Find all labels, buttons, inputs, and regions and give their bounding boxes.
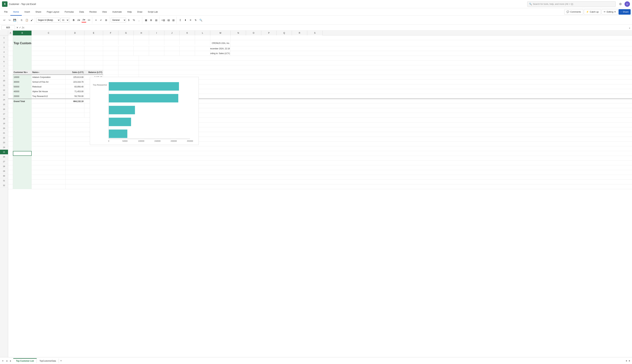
bold-button[interactable]: B [71, 18, 76, 22]
cell-C18[interactable] [32, 118, 66, 122]
scroll-right-icon[interactable]: ► [628, 360, 631, 362]
cell-F8[interactable] [103, 70, 118, 75]
col-header-O[interactable]: O [246, 30, 261, 36]
more-formats-button[interactable]: ••• [86, 18, 91, 22]
cell-A3[interactable] [8, 46, 13, 51]
cell-F3[interactable] [103, 46, 118, 51]
cell-B1[interactable] [13, 36, 32, 40]
tab-formulas[interactable]: Formulas [62, 8, 76, 16]
avatar[interactable]: U [624, 1, 630, 7]
cell-F1[interactable] [103, 36, 118, 40]
copy-button[interactable]: ⎘ [19, 18, 24, 22]
row-num-29[interactable]: 29 [0, 169, 8, 174]
col-header-I[interactable]: I [149, 30, 164, 36]
cell-A30[interactable] [8, 175, 13, 180]
save-button[interactable]: 💾 [12, 18, 17, 22]
cell-F4[interactable] [103, 51, 118, 56]
cell-A4[interactable] [8, 51, 13, 56]
font-size-select[interactable]: 11 [60, 18, 69, 22]
cell-C7[interactable] [32, 65, 66, 70]
wrap-text-button[interactable]: ↵ [99, 18, 104, 22]
col-header-J[interactable]: J [164, 30, 180, 36]
tab-script-lab[interactable]: Script Lab [145, 8, 160, 16]
find-button[interactable]: 🔍 [198, 18, 203, 22]
cell-M1[interactable] [210, 36, 231, 40]
cell-D1[interactable] [66, 36, 84, 40]
cell-A29[interactable] [8, 170, 13, 175]
cell-B30[interactable] [13, 175, 32, 180]
col-header-F[interactable]: F [103, 30, 118, 36]
cell-A6[interactable] [8, 60, 13, 65]
cell-B28[interactable] [13, 165, 32, 170]
cell-A14[interactable] [8, 99, 13, 104]
cell-B32[interactable] [13, 184, 32, 189]
row-num-25[interactable]: 25 [0, 150, 8, 154]
cell-F5[interactable] [103, 56, 118, 60]
cell-B19[interactable] [13, 122, 32, 127]
sheet-next-button[interactable]: ▸ [9, 359, 12, 363]
cell-B20[interactable] [13, 127, 32, 132]
col-header-Q[interactable]: Q [276, 30, 292, 36]
row-num-31[interactable]: 31 [0, 178, 8, 183]
cell-B21[interactable] [13, 132, 32, 137]
cell-F2[interactable] [103, 40, 118, 45]
row-num-26[interactable]: 26 [0, 154, 8, 159]
cell-C17[interactable] [32, 113, 66, 118]
cell-C4[interactable] [32, 51, 66, 56]
cell-A32[interactable] [8, 184, 13, 189]
row-num-24[interactable]: 24 [0, 145, 8, 150]
row-num-9[interactable]: 9 [0, 74, 8, 78]
cell-B11-no[interactable]: 50000 [13, 84, 32, 89]
cell-D17[interactable] [66, 113, 84, 118]
cell-C28[interactable] [32, 165, 66, 170]
row-num-5[interactable]: 5 [0, 54, 8, 59]
delete-cells-button[interactable]: -▤ [166, 18, 171, 22]
cell-D5[interactable] [66, 56, 84, 60]
cell-E1[interactable] [84, 36, 103, 40]
cell-B6[interactable] [13, 60, 32, 65]
cell-A18[interactable] [8, 118, 13, 122]
filter-icon-name[interactable]: ▾ [38, 72, 39, 73]
row-num-7[interactable]: 7 [0, 64, 8, 69]
cell-I3[interactable] [149, 46, 164, 51]
cell-D7[interactable] [66, 65, 84, 70]
settings-icon[interactable]: ⚙ [619, 2, 622, 6]
tab-draw[interactable]: Draw [134, 8, 145, 16]
catchup-button[interactable]: ⚡ Catch up [584, 9, 601, 15]
cell-C27[interactable] [32, 160, 66, 165]
row-num-28[interactable]: 28 [0, 164, 8, 169]
sum-button[interactable]: Σ [178, 18, 183, 22]
cell-C31[interactable] [32, 180, 66, 184]
format-as-table-button[interactable]: ⊞ [149, 18, 154, 22]
merge-cells-button[interactable]: ⊞ [104, 18, 108, 22]
row-num-21[interactable]: 21 [0, 131, 8, 136]
cell-C15[interactable] [32, 104, 66, 108]
cell-D11-sales[interactable]: 83,956.40 [66, 84, 84, 89]
cell-B3[interactable] [13, 46, 32, 51]
col-header-A[interactable]: A [8, 30, 13, 36]
cell-B26[interactable] [13, 156, 32, 160]
cell-B22[interactable] [13, 137, 32, 142]
row-num-17[interactable]: 17 [0, 112, 8, 116]
col-header-S[interactable]: S [307, 30, 322, 36]
cell-J4[interactable] [164, 51, 180, 56]
cell-J2[interactable] [164, 40, 180, 45]
cell-A21[interactable] [8, 132, 13, 137]
cell-D6[interactable] [66, 60, 84, 65]
cell-H3[interactable] [134, 46, 149, 51]
undo-button[interactable]: ↩ [2, 18, 7, 22]
col-header-balance[interactable]: Balance (LCY) [84, 70, 103, 75]
cell-H1[interactable] [134, 36, 149, 40]
tab-help[interactable]: Help [124, 8, 134, 16]
fill-button[interactable]: ⬇ [183, 18, 188, 22]
cancel-formula-icon[interactable]: ✕ [16, 26, 18, 29]
formula-input[interactable] [26, 25, 627, 30]
cell-D10-sales[interactable]: 223,316.70 [66, 80, 84, 84]
paste-button[interactable]: 📋 [24, 18, 29, 22]
cell-D2[interactable] [66, 40, 84, 45]
cell-B10-no[interactable]: 30000 [13, 80, 32, 84]
tab-home[interactable]: Home [10, 8, 22, 16]
row-num-19[interactable]: 19 [0, 121, 8, 126]
cell-C25[interactable] [32, 151, 66, 156]
cell-C29[interactable] [32, 170, 66, 175]
